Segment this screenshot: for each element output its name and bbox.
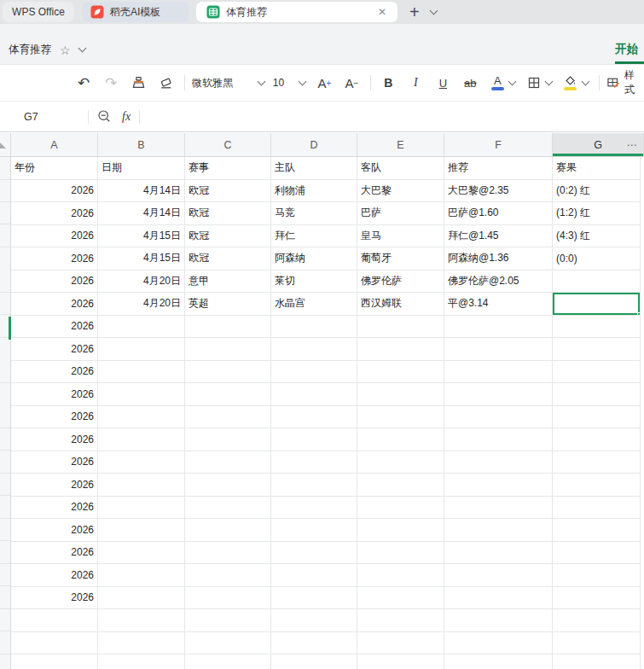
- cell-A10[interactable]: 2026: [11, 361, 98, 384]
- cell-A19[interactable]: 2026: [11, 564, 98, 587]
- cell-C3[interactable]: 欧冠: [185, 202, 271, 225]
- cell-D9[interactable]: [271, 338, 357, 361]
- cell-D4[interactable]: 拜仁: [271, 225, 357, 248]
- cell-C1[interactable]: 赛事: [185, 157, 271, 180]
- cell-C9[interactable]: [185, 338, 271, 361]
- name-box[interactable]: G7: [0, 111, 88, 123]
- cell-E21[interactable]: [357, 609, 444, 632]
- cell-D1[interactable]: 主队: [271, 157, 357, 180]
- bold-button[interactable]: B: [378, 72, 398, 94]
- cell-B16[interactable]: [98, 497, 185, 520]
- cell-F15[interactable]: [444, 474, 553, 497]
- cell-D6[interactable]: 莱切: [271, 271, 357, 294]
- close-tab-icon[interactable]: ✕: [375, 5, 389, 19]
- cell-C21[interactable]: [185, 609, 271, 632]
- cell-B3[interactable]: 4月14日: [98, 202, 185, 225]
- cell-C4[interactable]: 欧冠: [185, 225, 271, 248]
- cell-A13[interactable]: 2026: [11, 428, 98, 451]
- cell-E12[interactable]: [357, 406, 444, 429]
- cell-G16[interactable]: [553, 497, 641, 520]
- eraser-button[interactable]: [155, 72, 176, 94]
- cell-E11[interactable]: [357, 383, 444, 406]
- column-header-F[interactable]: F: [444, 133, 553, 156]
- cell-D2[interactable]: 利物浦: [271, 180, 357, 203]
- cell-A11[interactable]: 2026: [11, 383, 98, 406]
- cell-A16[interactable]: 2026: [11, 497, 98, 520]
- cell-D11[interactable]: [271, 383, 357, 406]
- cell-E20[interactable]: [357, 587, 444, 610]
- cell-E7[interactable]: 西汉姆联: [357, 293, 444, 316]
- cell-C13[interactable]: [185, 428, 271, 451]
- row-header-strip[interactable]: [0, 157, 11, 669]
- cell-B8[interactable]: [98, 316, 185, 339]
- cell-A3[interactable]: 2026: [11, 202, 98, 225]
- undo-button[interactable]: ↶: [73, 72, 94, 94]
- cell-A12[interactable]: 2026: [11, 406, 98, 429]
- cell-G2[interactable]: (0:2) 红: [553, 180, 641, 203]
- cell-F20[interactable]: [444, 587, 553, 610]
- cell-A20[interactable]: 2026: [11, 587, 98, 610]
- cell-C6[interactable]: 意甲: [185, 271, 271, 294]
- cell-B1[interactable]: 日期: [98, 157, 185, 180]
- cell-D8[interactable]: [271, 316, 357, 339]
- cell-C19[interactable]: [185, 564, 271, 587]
- cell-A21[interactable]: [11, 609, 98, 632]
- cell-F6[interactable]: 佛罗伦萨@2.05: [444, 271, 553, 294]
- cell-F12[interactable]: [444, 406, 553, 429]
- underline-button[interactable]: U: [432, 72, 453, 94]
- cell-B6[interactable]: 4月20日: [98, 271, 185, 294]
- cell-B18[interactable]: [98, 542, 185, 565]
- cell-D16[interactable]: [271, 497, 357, 520]
- fill-color-chevron-icon[interactable]: [581, 77, 589, 85]
- cell-C17[interactable]: [185, 519, 271, 542]
- column-header-C[interactable]: C: [185, 133, 271, 156]
- cell-E17[interactable]: [357, 519, 444, 542]
- insert-function-button[interactable]: fx: [122, 110, 131, 124]
- cell-B19[interactable]: [98, 564, 185, 587]
- cell-C7[interactable]: 英超: [185, 293, 271, 316]
- cell-B17[interactable]: [98, 519, 185, 542]
- cell-E16[interactable]: [357, 497, 444, 520]
- cell-G1[interactable]: 赛果: [553, 157, 641, 180]
- cell-F16[interactable]: [444, 497, 553, 520]
- cell-D14[interactable]: [271, 451, 357, 474]
- formula-input[interactable]: [140, 102, 644, 131]
- cell-D13[interactable]: [271, 428, 357, 451]
- cell-D17[interactable]: [271, 519, 357, 542]
- cell-G6[interactable]: [553, 271, 641, 294]
- tab-document-active[interactable]: 体育推荐 ✕: [196, 2, 397, 22]
- cell-A1[interactable]: 年份: [11, 157, 98, 180]
- cell-F23[interactable]: [444, 654, 553, 669]
- font-color-chevron-icon[interactable]: [508, 77, 517, 85]
- borders-button[interactable]: [524, 72, 544, 94]
- cell-F13[interactable]: [444, 428, 553, 451]
- fill-handle[interactable]: [637, 312, 641, 316]
- fill-color-button[interactable]: [560, 72, 581, 94]
- cell-B22[interactable]: [98, 632, 185, 655]
- zoom-formula-icon[interactable]: [97, 109, 112, 124]
- select-all-corner[interactable]: [0, 133, 11, 157]
- font-color-button[interactable]: A: [487, 72, 508, 94]
- cell-A15[interactable]: 2026: [11, 474, 98, 497]
- cell-B2[interactable]: 4月14日: [98, 180, 185, 203]
- cell-G21[interactable]: [553, 609, 641, 632]
- italic-button[interactable]: I: [405, 72, 426, 94]
- cell-C11[interactable]: [185, 383, 271, 406]
- cell-B23[interactable]: [98, 654, 185, 669]
- cell-D3[interactable]: 马竞: [271, 202, 357, 225]
- cell-F11[interactable]: [444, 383, 553, 406]
- cell-B12[interactable]: [98, 406, 185, 429]
- column-header-D[interactable]: D: [271, 133, 357, 156]
- strikethrough-button[interactable]: ab: [460, 72, 480, 94]
- cell-E9[interactable]: [357, 338, 444, 361]
- cell-G10[interactable]: [553, 361, 641, 384]
- cell-B4[interactable]: 4月15日: [98, 225, 185, 248]
- cell-F2[interactable]: 大巴黎@2.35: [444, 180, 553, 203]
- cell-G3[interactable]: (1:2) 红: [553, 202, 641, 225]
- cell-A2[interactable]: 2026: [11, 180, 98, 203]
- cell-A18[interactable]: 2026: [11, 542, 98, 565]
- cell-E14[interactable]: [357, 451, 444, 474]
- cell-D5[interactable]: 阿森纳: [271, 247, 357, 271]
- cell-G13[interactable]: [553, 428, 641, 451]
- cell-B21[interactable]: [98, 609, 185, 632]
